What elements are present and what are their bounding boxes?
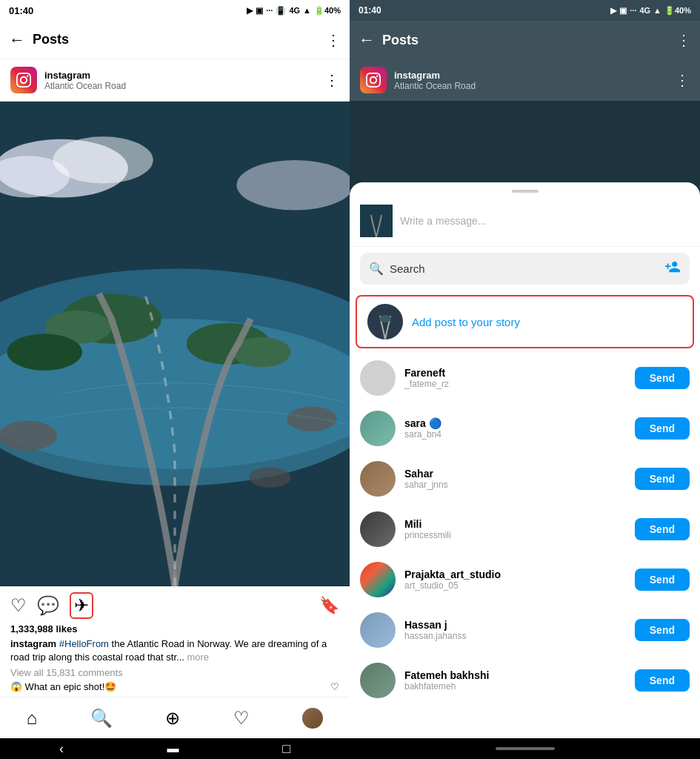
comment-like[interactable]: ♡ [330,681,339,692]
caption-username[interactable]: instagram [10,638,56,649]
comments-link[interactable]: View all 15,831 comments [0,666,350,680]
send-button-3[interactable]: Send [635,468,690,490]
contact-name-5: Prajakta_art_studio [404,569,626,580]
search-icon: 🔍 [369,262,384,276]
network-icon: ▲ [303,6,311,15]
contact-name-1: Fareneft [404,367,626,379]
contact-handle-1: _fateme_rz [404,379,626,389]
share-button-highlighted[interactable]: ✈ [70,592,93,619]
right-back-button[interactable]: ← [359,30,375,50]
battery-icon: 🔋40% [314,6,341,16]
right-status-time: 01:40 [359,5,381,16]
send-button-5[interactable]: Send [635,569,690,591]
vibrate-icon: 📳 [276,6,286,16]
right-account-more[interactable]: ⋮ [675,71,690,89]
signal-icon: 4G [289,6,300,15]
contact-avatar-2 [360,411,396,446]
svg-point-17 [379,315,391,322]
contact-name-6: Hassan j [404,619,626,631]
likes-count: 1,333,988 likes [0,622,350,636]
svg-point-12 [0,420,57,451]
contact-avatar-5 [360,562,396,597]
post-caption: instagram #HelloFrom the Atlantic Road i… [0,636,350,666]
contact-avatar-4 [360,511,396,547]
right-4g-icon: 4G [639,6,650,15]
send-button-6[interactable]: Send [635,619,690,641]
nav-home[interactable]: ⌂ [27,708,38,729]
left-bottom-nav: ⌂ 🔍 ⊕ ♡ [0,697,350,738]
caption-text: the Atlantic Road in Norway. We are drea… [10,638,327,663]
left-nav-back[interactable]: ‹ [59,741,64,757]
right-more-button[interactable]: ⋮ [676,31,691,49]
right-panel: 01:40 ▶ ▣ ··· 4G ▲ 🔋40% ← Posts ⋮ instag… [350,0,700,759]
contact-item: Prajakta_art_studio art_studio_05 Send [350,554,700,605]
contact-name-3: Sahar [404,468,626,480]
contact-avatar-6 [360,612,396,648]
left-account-subtitle: Atlantic Ocean Road [44,81,317,91]
youtube-icon: ▣ [256,6,263,16]
contact-item: Mili princessmili Send [350,504,700,554]
story-avatar [367,304,403,339]
caption-more[interactable]: more [187,652,209,663]
send-button-2[interactable]: Send [635,417,690,440]
message-thumbnail [360,205,393,237]
send-button-7[interactable]: Send [635,669,690,692]
right-battery-icon: 🔋40% [664,6,691,16]
send-button-4[interactable]: Send [635,518,690,540]
right-instagram-logo [360,67,387,93]
comment-button[interactable]: 💬 [37,595,59,616]
right-system-nav [350,738,700,759]
contact-avatar-7 [360,663,396,698]
left-account-more[interactable]: ⋮ [324,71,339,89]
svg-point-11 [236,160,350,211]
contact-handle-4: princessmili [404,530,626,540]
left-instagram-logo [10,67,37,93]
left-status-icons: ▶ ▣ ··· 📳 4G ▲ 🔋40% [247,6,341,16]
add-person-icon[interactable] [664,259,681,279]
left-account-row: instagram Atlantic Ocean Road ⋮ [0,59,350,102]
contact-info-7: Fatemeh bakhshi bakhfatemeh [404,669,626,692]
contact-handle-2: sara_bn4 [404,429,626,440]
search-bar[interactable]: 🔍 Search [360,253,690,285]
post-image [0,102,350,586]
write-message-row: Write a message... [350,199,700,247]
message-placeholder[interactable]: Write a message... [400,215,486,227]
right-account-info: instagram Atlantic Ocean Road [394,70,667,91]
contact-list: Fareneft _fateme_rz Send sara 🔵 sara_bn4… [350,353,700,738]
contact-item: sara 🔵 sara_bn4 Send [350,403,700,454]
left-account-info: instagram Atlantic Ocean Road [44,70,317,91]
left-nav-recents[interactable]: □ [282,741,290,757]
like-button[interactable]: ♡ [10,595,27,616]
contact-handle-3: sahar_jnns [404,480,626,490]
svg-point-10 [53,136,153,183]
add-to-story-item[interactable]: Add post to your story [356,295,694,348]
contact-info-2: sara 🔵 sara_bn4 [404,417,626,440]
send-button-1[interactable]: Send [635,367,690,389]
right-account-name: instagram [394,70,667,81]
right-account-row: instagram Atlantic Ocean Road ⋮ [350,59,700,101]
svg-point-7 [7,334,81,371]
left-page-title: Posts [33,32,319,47]
nav-add[interactable]: ⊕ [165,708,180,729]
contact-avatar-1 [360,360,396,396]
left-status-bar: 01:40 ▶ ▣ ··· 📳 4G ▲ 🔋40% [0,0,350,21]
left-more-button[interactable]: ⋮ [326,31,341,49]
contact-info-1: Fareneft _fateme_rz [404,367,626,389]
search-input[interactable]: Search [390,262,659,275]
contact-handle-7: bakhfatemeh [404,681,626,692]
story-label: Add post to your story [412,316,520,328]
right-yt-icon: ▣ [619,6,627,16]
right-signal-icon: ▲ [653,6,661,15]
caption-hashtag[interactable]: #HelloFrom [59,638,109,649]
right-media-icon: ▶ [610,6,616,16]
nav-search[interactable]: 🔍 [90,708,113,729]
post-actions: ♡ 💬 ✈ 🔖 [0,586,350,622]
svg-point-13 [287,406,337,431]
left-back-button[interactable]: ← [9,30,25,50]
bookmark-button[interactable]: 🔖 [319,596,339,615]
nav-activity[interactable]: ♡ [233,708,250,729]
nav-profile[interactable] [302,708,323,729]
svg-point-14 [249,468,290,488]
more-icon: ··· [266,6,273,15]
contact-name-7: Fatemeh bakhshi [404,669,626,681]
